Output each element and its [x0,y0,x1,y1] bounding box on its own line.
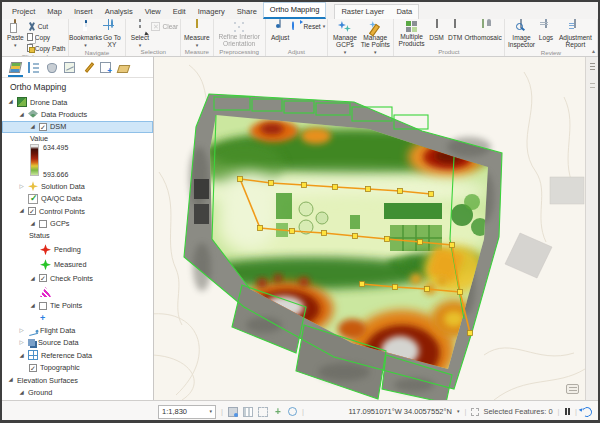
coordinates-display[interactable]: 117.0951071°W 34.0057552°N [348,407,451,416]
expander-icon[interactable]: ◢ [29,276,36,282]
bookmarks-button[interactable]: Bookmarks ▾ [71,20,101,49]
dsm-checkbox[interactable]: ✓ [39,123,47,131]
grid-view-icon[interactable] [243,407,253,417]
expander-icon[interactable]: ▷ [18,328,25,334]
layer-options-icon[interactable] [228,407,238,417]
tree-item-control-points[interactable]: ◢✓Control Points [2,205,153,217]
tab-snapping[interactable] [98,60,113,77]
arcgis-pro-window: Project Map Insert Analysis View Edit Im… [0,0,600,423]
image-inspector-button[interactable]: Image Inspector [507,20,536,49]
tab-insert[interactable]: Insert [68,5,99,19]
expander-icon[interactable]: ◢ [29,221,36,227]
refresh-icon[interactable] [581,405,594,418]
refine-interior-orientation-button[interactable]: Refine Interior Orientation [216,20,263,48]
tab-edit[interactable]: Edit [167,5,192,19]
tree-item-qaqc-data[interactable]: QA/QC Data [2,193,153,205]
tab-data-source[interactable] [44,60,59,77]
tree-item-gcps[interactable]: ◢GCPs [2,217,153,229]
check-point-symbol-icon [40,287,51,297]
copy-path-button[interactable]: Copy Path [27,43,66,53]
logs-icon [545,19,547,28]
tree-item-topographic[interactable]: ✓Topographic [2,361,153,373]
tab-analysis[interactable]: Analysis [99,5,139,19]
map-frame-icon [64,62,75,73]
add-data-icon[interactable]: + [273,407,283,417]
expander-icon[interactable]: ◢ [18,353,25,359]
tab-ortho-mapping[interactable]: Ortho Mapping [263,2,327,19]
tab-data[interactable]: Data [390,5,418,19]
expander-icon[interactable]: ◢ [18,208,25,214]
coordinates-dropdown-icon[interactable]: ▾ [457,409,460,414]
tab-raster-layer[interactable]: Raster Layer [335,5,390,19]
tab-labeling[interactable] [116,60,131,77]
reset-button[interactable]: Reset▾ [292,21,325,31]
manage-gcps-button[interactable]: Manage GCPs ▾ [330,20,359,55]
dtm-button[interactable]: DTM [446,20,465,48]
check-points-checkbox[interactable]: ✓ [39,274,47,282]
snapping-icon[interactable] [258,407,268,417]
tree-item-flight-data[interactable]: ▷Flight Data [2,324,153,336]
collapsed-pane-strip[interactable] [585,57,598,400]
tab-editing[interactable] [80,60,95,77]
map-scale-combobox[interactable]: 1:1,830 ▾ [158,405,216,419]
selected-features-status[interactable]: Selected Features: 0 [471,407,552,416]
tree-item-drone-data[interactable]: ◢Drone Data [2,96,153,108]
reference-data-icon [28,350,38,360]
tree-item-measured: Measured [2,257,153,272]
tree-item-world-elevation[interactable]: ✓WorldElevation3D/Terrain3D [2,399,153,400]
map-view[interactable] [154,57,585,400]
locate-icon[interactable] [288,407,297,416]
orthomosaic-button[interactable]: Orthomosaic [464,20,501,48]
tree-item-solution-data[interactable]: ▷Solution Data [2,180,153,192]
pause-drawing-icon[interactable] [565,408,571,415]
tab-imagery[interactable]: Imagery [192,5,231,19]
dtm-icon [454,19,456,28]
tree-item-data-products[interactable]: ◢Data Products [2,108,153,120]
tree-item-dsm[interactable]: ◢✓DSM [2,121,153,133]
collapse-ribbon-icon[interactable]: ▴ [592,47,595,54]
map-canvas[interactable] [154,57,585,400]
tree-item-tie-points[interactable]: ◢Tie Points [2,300,153,312]
tree-item-reference-data[interactable]: ◢Reference Data [2,349,153,361]
tree-item-ground[interactable]: ◢Ground [2,386,153,398]
contextual-tab-group: Raster Layer Data [334,4,419,19]
paste-button[interactable]: Paste ▾ [4,20,27,53]
measure-button[interactable]: Measure ▾ [183,20,210,48]
topographic-checkbox[interactable]: ✓ [29,364,37,372]
tree-item-source-data[interactable]: ▷Source Data [2,337,153,349]
expander-icon[interactable]: ◢ [7,99,14,105]
adjustment-report-button[interactable]: Adjustment Report [556,20,595,49]
manage-tie-points-button[interactable]: Manage Tie Points ▾ [360,20,391,55]
manage-tie-points-icon [368,21,382,34]
expander-icon[interactable]: ◢ [18,112,25,118]
adjust-button[interactable]: Adjust [268,20,293,48]
clear-button[interactable]: ✕Clear [151,21,178,31]
expander-icon[interactable]: ◢ [18,390,25,396]
expander-icon[interactable]: ◢ [7,377,14,383]
expander-icon[interactable]: ▷ [18,340,25,346]
tab-project[interactable]: Project [6,5,41,19]
tab-drawing-order[interactable] [8,60,23,77]
tree-item-elevation-surfaces[interactable]: ◢Elevation Surfaces [2,374,153,386]
tab-selection[interactable] [62,60,77,77]
copy-button[interactable]: Copy [27,32,66,42]
expander-icon[interactable]: ◢ [29,303,36,309]
tab-list-order[interactable] [26,60,41,77]
tab-map[interactable]: Map [41,5,68,19]
gcps-checkbox[interactable] [39,220,47,228]
tab-view[interactable]: View [139,5,167,19]
logs-button[interactable]: Logs [536,20,556,49]
control-points-checkbox[interactable]: ✓ [28,207,36,215]
tree-item-check-points[interactable]: ◢✓Check Points [2,272,153,284]
cut-button[interactable]: Cut [27,21,66,31]
expander-icon[interactable]: ▷ [18,184,25,190]
tab-share[interactable]: Share [231,5,263,19]
tie-points-checkbox[interactable] [39,302,47,310]
multiple-products-button[interactable]: Multiple Products [396,20,427,48]
dsm-button[interactable]: DSM [427,20,446,48]
data-products-icon [28,110,38,120]
attribution-icon[interactable] [566,384,579,394]
select-button[interactable]: Select ▾ [128,20,151,48]
expander-icon[interactable]: ◢ [29,124,36,130]
go-to-xy-button[interactable]: Go To XY [101,20,124,49]
